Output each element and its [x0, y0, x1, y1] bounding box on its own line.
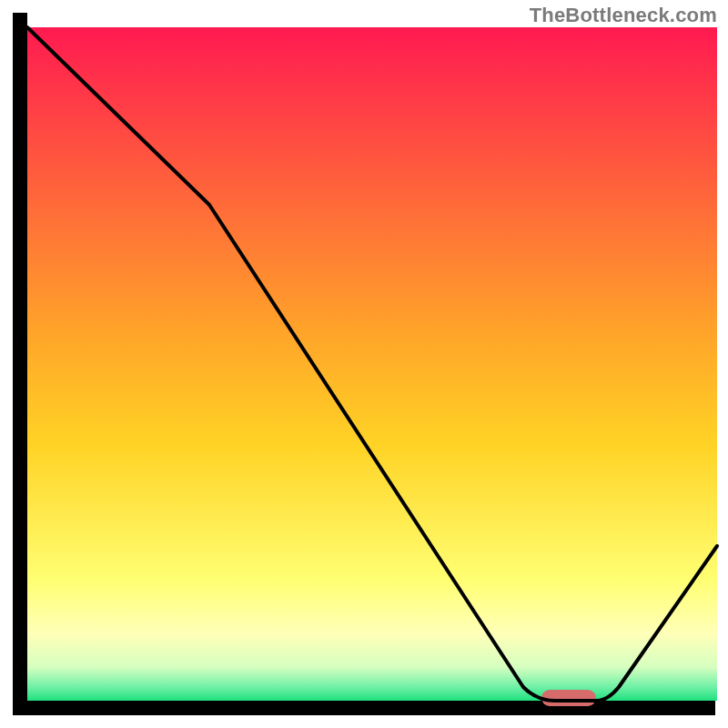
bottleneck-chart [0, 0, 728, 728]
optimal-marker [541, 690, 596, 706]
chart-frame: { "watermark": "TheBottleneck.com", "cha… [0, 0, 728, 728]
watermark: TheBottleneck.com [530, 4, 717, 27]
y-axis [13, 13, 27, 715]
x-axis [13, 701, 715, 715]
